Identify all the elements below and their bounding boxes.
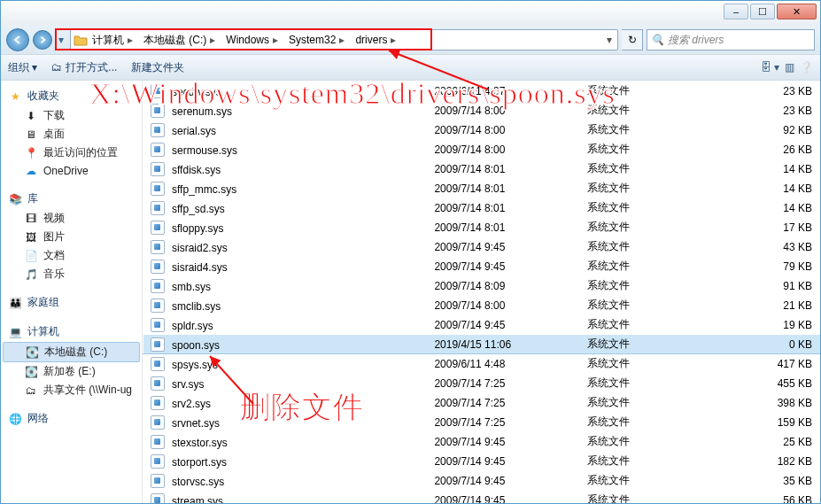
table-row[interactable]: srv2.sys2009/7/14 7:25系统文件398 KB: [143, 393, 820, 413]
breadcrumb-system32[interactable]: System32▸: [285, 30, 352, 50]
close-button[interactable]: ✕: [777, 4, 817, 19]
open-with-icon: 🗂: [51, 61, 62, 74]
file-name: serial.sys: [172, 125, 216, 137]
file-size: 91 KB: [710, 276, 819, 296]
table-row[interactable]: serial.sys2009/7/14 8:00系统文件92 KB: [143, 120, 820, 140]
nav-forward-button[interactable]: [33, 30, 52, 50]
table-row[interactable]: sffp_sd.sys2009/7/14 8:01系统文件14 KB: [143, 198, 820, 218]
nav-desktop[interactable]: 🖥桌面: [1, 125, 142, 143]
nav-music[interactable]: 🎵音乐: [1, 265, 142, 283]
nav-recent[interactable]: 📍最近访问的位置: [1, 143, 142, 162]
search-input[interactable]: 🔍 搜索 drivers: [647, 29, 815, 50]
breadcrumb-disk[interactable]: 本地磁盘 (C:)▸: [140, 30, 222, 50]
file-date: 2009/7/14 9:45: [427, 432, 580, 452]
open-with-button[interactable]: 🗂 打开方式...: [51, 60, 117, 75]
file-icon: [151, 221, 165, 235]
nav-homegroup-header[interactable]: 👪家庭组: [1, 292, 142, 313]
window-controls: – ☐ ✕: [724, 4, 817, 23]
file-name: sisraid2.sys: [172, 242, 228, 254]
table-row[interactable]: sfloppy.sys2009/7/14 8:01系统文件17 KB: [143, 218, 820, 237]
file-icon: [151, 201, 165, 215]
nav-disk-c[interactable]: 💽本地磁盘 (C:): [3, 342, 140, 362]
table-row[interactable]: smb.sys2009/7/14 8:09系统文件91 KB: [143, 276, 820, 296]
table-row[interactable]: sffp_mmc.sys2009/7/14 8:01系统文件14 KB: [143, 179, 820, 198]
nav-back-button[interactable]: [6, 28, 29, 51]
breadcrumb-windows[interactable]: Windows▸: [222, 30, 285, 50]
nav-favorites-header[interactable]: ★收藏夹: [1, 86, 142, 106]
toolbar: 组织 ▾ 🗂 打开方式... 新建文件夹 🗄 ▾ ▥ ❔: [1, 54, 820, 81]
network-icon: 🌐: [8, 412, 22, 426]
address-bar[interactable]: 计算机▸ 本地磁盘 (C:)▸ Windows▸ System32▸ drive…: [70, 29, 618, 50]
file-type: 系统文件: [579, 296, 710, 315]
nav-history-dropdown[interactable]: ▾: [56, 29, 66, 50]
organize-menu[interactable]: 组织 ▾: [8, 60, 37, 75]
file-name: srvnet.sys: [172, 417, 220, 430]
table-row[interactable]: serenum.sys2009/7/14 8:00系统文件23 KB: [143, 101, 820, 120]
maximize-button[interactable]: ☐: [750, 4, 775, 19]
nav-computer-header[interactable]: 💻计算机: [1, 322, 142, 342]
table-row[interactable]: storport.sys2009/7/14 9:45系统文件182 KB: [143, 452, 820, 471]
help-button[interactable]: ❔: [800, 61, 813, 74]
table-row[interactable]: spldr.sys2009/7/14 9:45系统文件19 KB: [143, 315, 820, 335]
nav-disk-e[interactable]: 💽新加卷 (E:): [1, 362, 142, 381]
nav-netshare[interactable]: 🗂共享文件 (\\Win-ug: [1, 381, 142, 399]
file-name: spldr.sys: [172, 320, 213, 332]
table-row[interactable]: spoon.sys2019/4/15 11:06系统文件0 KB: [143, 335, 820, 354]
file-name: srv.sys: [172, 378, 204, 391]
nav-network-header[interactable]: 🌐网络: [1, 408, 142, 429]
file-size: 92 KB: [710, 120, 819, 140]
table-row[interactable]: stream.sys2009/7/14 9:45系统文件56 KB: [143, 491, 820, 504]
file-type: 系统文件: [579, 335, 710, 354]
nav-onedrive[interactable]: ☁OneDrive: [1, 162, 142, 180]
file-icon: [151, 104, 165, 118]
file-size: 19 KB: [710, 315, 819, 335]
table-row[interactable]: sffdisk.sys2009/7/14 8:01系统文件14 KB: [143, 159, 820, 179]
file-type: 系统文件: [579, 374, 710, 393]
file-date: 2009/6/11 4:37: [427, 81, 580, 101]
nav-pictures[interactable]: 🖼图片: [1, 228, 142, 246]
table-row[interactable]: sisraid2.sys2009/7/14 9:45系统文件43 KB: [143, 237, 820, 257]
homegroup-icon: 👪: [8, 296, 22, 310]
search-icon: 🔍: [651, 34, 664, 46]
file-date: 2009/7/14 8:00: [427, 296, 580, 315]
nav-libraries-header[interactable]: 📚库: [1, 189, 142, 209]
file-icon: [151, 396, 165, 410]
address-dropdown-icon[interactable]: ▾: [603, 34, 616, 46]
table-row[interactable]: storvsc.sys2009/7/14 9:45系统文件35 KB: [143, 471, 820, 491]
table-row[interactable]: srvnet.sys2009/7/14 7:25系统文件159 KB: [143, 413, 820, 432]
file-icon: [151, 162, 165, 176]
table-row[interactable]: secdrv.sys2009/6/11 4:37系统文件23 KB: [143, 81, 820, 101]
breadcrumb-computer[interactable]: 计算机▸: [89, 30, 140, 50]
breadcrumb-drivers[interactable]: drivers▸: [352, 30, 403, 50]
nav-videos[interactable]: 🎞视频: [1, 209, 142, 228]
file-type: 系统文件: [579, 218, 710, 237]
file-name: stexstor.sys: [172, 437, 228, 449]
view-mode-button[interactable]: 🗄 ▾: [761, 61, 779, 74]
file-size: 43 KB: [710, 237, 819, 257]
file-type: 系统文件: [579, 81, 710, 101]
table-row[interactable]: stexstor.sys2009/7/14 9:45系统文件25 KB: [143, 432, 820, 452]
disk-icon: 💽: [24, 365, 38, 379]
file-size: 79 KB: [710, 257, 819, 276]
video-icon: 🎞: [24, 212, 38, 226]
table-row[interactable]: smclib.sys2009/7/14 8:00系统文件21 KB: [143, 296, 820, 315]
file-list-pane[interactable]: secdrv.sys2009/6/11 4:37系统文件23 KBserenum…: [143, 81, 820, 503]
new-folder-button[interactable]: 新建文件夹: [131, 60, 184, 75]
preview-pane-button[interactable]: ▥: [785, 61, 794, 74]
nav-downloads[interactable]: ⬇下载: [1, 106, 142, 125]
file-name: sffp_mmc.sys: [172, 183, 236, 196]
nav-documents[interactable]: 📄文档: [1, 246, 142, 265]
table-row[interactable]: sermouse.sys2009/7/14 8:00系统文件26 KB: [143, 140, 820, 159]
table-row[interactable]: sisraid4.sys2009/7/14 9:45系统文件79 KB: [143, 257, 820, 276]
file-icon: [151, 84, 165, 98]
table-row[interactable]: srv.sys2009/7/14 7:25系统文件455 KB: [143, 374, 820, 393]
library-icon: 📚: [8, 192, 22, 206]
table-row[interactable]: spsys.sys2009/6/11 4:48系统文件417 KB: [143, 354, 820, 374]
file-icon: [151, 318, 165, 332]
file-icon: [151, 182, 165, 196]
file-type: 系统文件: [579, 491, 710, 504]
refresh-button[interactable]: ↻: [622, 29, 643, 50]
minimize-button[interactable]: –: [724, 4, 748, 19]
file-type: 系统文件: [579, 315, 710, 335]
file-date: 2009/7/14 8:00: [427, 120, 580, 140]
